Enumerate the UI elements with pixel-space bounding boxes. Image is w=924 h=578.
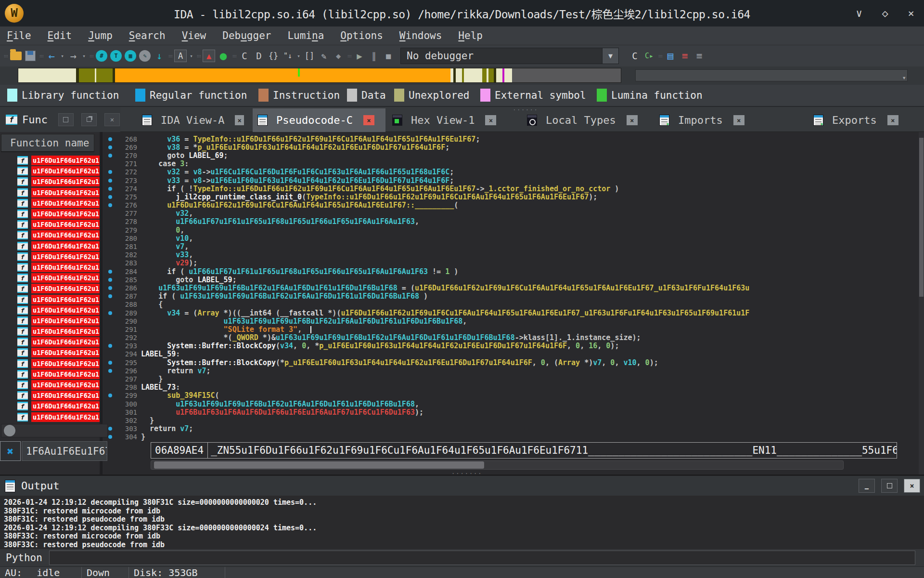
lumina-icon[interactable]: ● [217,49,230,63]
tab-ida-view-a[interactable]: IDA View-A× [137,108,249,132]
function-filter-input[interactable]: 1F6Au1F6Eu1F67 [22,441,107,461]
tab-hex-view-1[interactable]: Hex View-1× [387,108,516,132]
breakpoint-list-icon[interactable]: ≡ [678,49,692,63]
maximize-output-icon[interactable] [881,479,898,493]
menu-jump[interactable]: Jump [88,30,113,41]
line-code[interactable]: v32 = v8->u1F6Cu1F6Cu1F6Du1F6Fu1F6Cu1F63… [141,168,454,176]
output-log[interactable]: 2026-01-24 12:19:12 decompiling 380F31C … [4,498,317,549]
menu-windows[interactable]: Windows [399,30,442,41]
code-line-271[interactable]: 271 case 3: [103,160,924,168]
band-segment[interactable] [456,68,462,82]
function-row[interactable]: fu1F6Du1F66u1F62u1F6 [0,230,100,240]
function-row[interactable]: fu1F6Du1F66u1F62u1F6 [0,369,100,380]
pause-process-icon[interactable]: ∥ [367,49,381,63]
navband-dropdown-icon[interactable]: ▾ [902,74,906,81]
python-input[interactable] [49,551,915,565]
code-line-287[interactable]: 287 if ( u1F63u1F69u1F69u1F6Bu1F62u1F6Au… [103,292,924,301]
code-line-296[interactable]: 296 return v7; [103,367,924,375]
code-line-298[interactable]: 298LABEL_73: [103,383,924,392]
current-symbol[interactable]: _ZN55u1F6Du1F66u1F62u1F69u1F6Cu1F6Au1F64… [208,442,897,459]
function-row[interactable]: fu1F6Du1F66u1F62u1F6 [0,294,100,304]
band-segment[interactable] [512,68,621,82]
menu-file[interactable]: File [7,30,31,41]
line-code[interactable]: goto LABEL_59; [141,276,237,284]
code-line-275[interactable]: 275 j_il2cpp_runtime_class_init_0(TypeIn… [103,193,924,201]
debugger-dropdown-icon[interactable]: ▼ [603,48,619,64]
code-line-303[interactable]: 303 return v7; [103,425,924,433]
line-code[interactable]: if ( !TypeInfo::u1F6Du1F66u1F62u1F69u1F6… [141,184,619,193]
line-code[interactable]: if ( u1F63u1F69u1F69u1F6Bu1F62u1F6Au1F6D… [141,292,428,301]
function-row[interactable]: fu1F6Du1F66u1F62u1F6 [0,283,100,294]
line-code[interactable]: return v7; [141,424,193,433]
maximize-icon[interactable]: ◇ [879,7,891,19]
line-code[interactable]: return v7; [141,367,211,375]
code-line-295[interactable]: 295 System::Buffer::BlockCopy(*p_u1F6Eu1… [103,358,924,367]
search-dropdown-icon[interactable]: ▾ [188,49,194,63]
jump-segment-icon[interactable]: ▦ [124,49,137,63]
tab-pseudocode-c[interactable]: Pseudocode-C× [253,108,385,132]
output-line[interactable]: 380F31C: restored pseudocode from idb [4,515,317,524]
tab-close-icon[interactable]: × [363,115,374,125]
line-code[interactable]: u1F66u1F67u1F61u1F65u1F68u1F65u1F66u1F65… [141,217,419,226]
line-code[interactable]: if ( u1F66u1F67u1F61u1F65u1F68u1F65u1F66… [141,267,458,276]
menu-lumina[interactable]: Lumina [287,30,324,41]
minimize-output-icon[interactable]: ▁ [859,479,875,493]
menu-options[interactable]: Options [340,30,383,41]
code-line-301[interactable]: 301 u1F6Bu1F63u1F6Au1F6Du1F66u1F6Eu1F6Au… [103,408,924,416]
code-line-273[interactable]: 273 v33 = v8->u1F6Eu1F60u1F63u1F64u1F64u… [103,176,924,184]
diamond-icon[interactable]: ◆ [332,49,345,63]
tab-imports[interactable]: ▸Imports× [654,108,799,132]
code-line-281[interactable]: 281 v7, [103,242,924,250]
code-vscrollbar-thumb[interactable] [919,138,924,297]
function-row[interactable]: fu1F6Du1F66u1F62u1F6 [0,337,100,347]
edit-icon[interactable]: ✎ [317,49,331,63]
function-row[interactable]: fu1F6Du1F66u1F62u1F6 [0,209,100,219]
line-code[interactable]: 0, [141,226,184,235]
debugger-selector[interactable]: No debugger [400,48,603,64]
line-code[interactable]: sub_394F15C( [141,391,219,400]
line-code[interactable]: u1F63u1F69u1F69u1F6Bu1F62u1F6Au1F6Du1F61… [141,317,467,326]
line-code[interactable]: v29); [141,259,197,267]
start-process-icon[interactable]: ▶ [353,49,366,63]
code-line-289[interactable]: 289 v34 = (Array *)((__int64 (__fastcall… [103,309,924,317]
output-line[interactable]: 380F33C: restored pseudocode from idb [4,540,317,549]
code-line-269[interactable]: 269 v38 = *p_u1F6Eu1F60u1F63u1F64u1F64u1… [103,143,924,151]
code-line-300[interactable]: 300 u1F63u1F69u1F69u1F6Bu1F62u1F6Au1F6Du… [103,400,924,408]
output-line[interactable]: 380F31C: restored microcode from idb [4,507,317,515]
line-code[interactable]: v38 = *p_u1F6Eu1F60u1F63u1F64u1F64u1F62u… [141,143,449,152]
code-line-297[interactable]: 297 } [103,375,924,383]
navigation-band[interactable] [18,68,621,83]
line-code[interactable]: v7, [141,242,189,251]
menu-edit[interactable]: Edit [48,30,72,41]
code-line-285[interactable]: 285 goto LABEL_59; [103,276,924,284]
quotes-icon[interactable]: "↓ [281,49,295,63]
compile-icon[interactable]: C [238,49,251,63]
function-row[interactable]: fu1F6Du1F66u1F62u1F6 [0,251,100,262]
function-row[interactable]: fu1F6Du1F66u1F62u1F6 [0,262,100,273]
line-code[interactable]: v33 = v8->u1F6Eu1F60u1F63u1F64u1F64u1F62… [141,176,454,185]
code-line-293[interactable]: 293 System::Buffer::BlockCopy(v34, 0, *p… [103,342,924,350]
jump-problem-icon[interactable]: ✎ [138,49,152,63]
jump-address-icon[interactable]: # [95,49,108,63]
tab-close-icon[interactable]: × [627,115,638,125]
code-line-302[interactable]: 302 } [103,416,924,424]
line-code[interactable]: u1F6Du1F66u1F62u1F69u1F6Cu1F6Au1F64u1F65… [141,201,458,210]
code-line-291[interactable]: 291 "SQLite format 3", [103,325,924,333]
line-code[interactable]: LABEL_59: [141,350,180,358]
band-segment[interactable] [115,68,450,82]
line-code[interactable]: LABEL_73: [141,383,180,392]
band-segment[interactable] [482,68,487,82]
menu-search[interactable]: Search [129,30,166,41]
code-hscrollbar-thumb[interactable] [154,461,484,469]
pseudocode-panel[interactable]: 268 v36 = TypeInfo::u1F6Du1F66u1F62u1F69… [101,132,924,474]
jump-name-icon[interactable]: T [109,49,123,63]
band-segment[interactable] [488,68,494,82]
code-vscrollbar[interactable] [919,132,924,474]
line-code[interactable]: } [141,433,145,441]
output-line[interactable]: 380F33C: restored microcode from idb [4,532,317,540]
current-address[interactable]: 06A89AE4 [151,442,208,459]
line-code[interactable]: u1F63u1F69u1F69u1F6Bu1F62u1F6Au1F6Du1F61… [141,400,419,408]
close-icon[interactable]: × [905,7,917,19]
line-code[interactable]: System::Buffer::BlockCopy(*p_u1F6Eu1F60u… [141,358,658,367]
code-line-284[interactable]: 284 if ( u1F66u1F67u1F61u1F65u1F68u1F65u… [103,267,924,276]
